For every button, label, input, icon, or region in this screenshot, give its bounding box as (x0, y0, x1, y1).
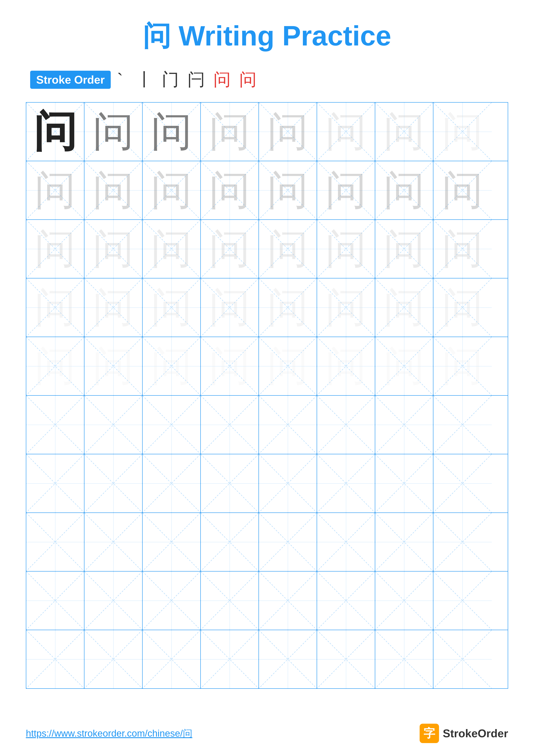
grid-cell[interactable]: 问 (433, 161, 492, 219)
grid-cell[interactable] (375, 396, 433, 454)
grid-cell[interactable]: 问 (85, 103, 142, 161)
grid-cell[interactable] (433, 572, 492, 630)
grid-cell[interactable]: 问 (142, 161, 201, 219)
grid-cell[interactable]: 问 (433, 220, 492, 278)
grid-cell[interactable] (85, 454, 142, 512)
grid-cell[interactable] (375, 630, 433, 688)
grid-cell[interactable]: 问 (259, 279, 317, 337)
grid-row (26, 630, 508, 688)
practice-character: 问 (34, 110, 77, 153)
grid-cell[interactable]: 问 (26, 337, 85, 395)
grid-cell[interactable]: 问 (142, 279, 201, 337)
grid-cell[interactable] (317, 572, 375, 630)
grid-cell[interactable] (142, 630, 201, 688)
grid-cell[interactable] (85, 513, 142, 571)
grid-cell[interactable]: 问 (85, 337, 142, 395)
grid-cell[interactable]: 问 (259, 161, 317, 219)
grid-cell[interactable]: 问 (85, 279, 142, 337)
grid-cell[interactable] (375, 513, 433, 571)
grid-cell[interactable]: 问 (201, 161, 259, 219)
grid-cell[interactable]: 问 (317, 220, 375, 278)
grid-cell[interactable] (433, 630, 492, 688)
grid-cell[interactable] (375, 454, 433, 512)
grid-cell[interactable] (85, 630, 142, 688)
grid-cell[interactable]: 问 (26, 103, 85, 161)
practice-character: 问 (442, 170, 483, 211)
grid-cell[interactable] (201, 572, 259, 630)
grid-cell[interactable]: 问 (26, 161, 85, 219)
cell-guidelines (85, 572, 142, 630)
grid-cell[interactable] (142, 513, 201, 571)
grid-cell[interactable] (259, 454, 317, 512)
stroke-order-badge: Stroke Order (30, 71, 111, 89)
cell-guidelines (85, 513, 142, 571)
grid-cell[interactable]: 问 (317, 161, 375, 219)
grid-cell[interactable] (142, 572, 201, 630)
practice-character: 问 (442, 287, 483, 328)
practice-character: 问 (93, 346, 134, 387)
grid-cell[interactable]: 问 (85, 220, 142, 278)
grid-cell[interactable] (201, 454, 259, 512)
grid-cell[interactable] (317, 454, 375, 512)
practice-character: 问 (209, 287, 250, 328)
grid-cell[interactable]: 问 (26, 279, 85, 337)
grid-cell[interactable] (201, 396, 259, 454)
grid-cell[interactable]: 问 (317, 337, 375, 395)
footer: https://www.strokeorder.com/chinese/问 字 … (0, 724, 534, 743)
grid-cell[interactable] (259, 396, 317, 454)
grid-cell[interactable]: 问 (375, 220, 433, 278)
grid-cell[interactable]: 问 (433, 337, 492, 395)
grid-cell[interactable] (259, 572, 317, 630)
cell-guidelines (317, 572, 375, 630)
grid-cell[interactable] (433, 454, 492, 512)
grid-cell[interactable] (259, 630, 317, 688)
grid-cell[interactable]: 问 (375, 161, 433, 219)
grid-cell[interactable]: 问 (433, 279, 492, 337)
grid-cell[interactable]: 问 (317, 279, 375, 337)
grid-cell[interactable] (259, 513, 317, 571)
grid-cell[interactable]: 问 (259, 220, 317, 278)
grid-cell[interactable]: 问 (375, 337, 433, 395)
cell-guidelines (142, 396, 200, 454)
grid-cell[interactable]: 问 (142, 220, 201, 278)
grid-cell[interactable]: 问 (259, 103, 317, 161)
cell-guidelines (433, 454, 492, 512)
grid-cell[interactable] (433, 396, 492, 454)
grid-cell[interactable]: 问 (142, 103, 201, 161)
grid-cell[interactable] (85, 572, 142, 630)
grid-cell[interactable]: 问 (201, 279, 259, 337)
grid-cell[interactable] (201, 513, 259, 571)
grid-cell[interactable] (375, 572, 433, 630)
grid-cell[interactable]: 问 (259, 337, 317, 395)
grid-cell[interactable] (201, 630, 259, 688)
grid-cell[interactable] (142, 396, 201, 454)
practice-character: 问 (35, 287, 76, 328)
grid-cell[interactable]: 问 (201, 220, 259, 278)
grid-cell[interactable]: 问 (375, 279, 433, 337)
grid-cell[interactable] (317, 513, 375, 571)
grid-cell[interactable] (26, 572, 85, 630)
practice-character: 问 (209, 346, 250, 387)
grid-cell[interactable] (433, 513, 492, 571)
grid-cell[interactable]: 问 (26, 220, 85, 278)
stroke-order-section: Stroke Order ` 丨 门 闩 问 问 (30, 68, 534, 92)
practice-character: 问 (93, 111, 134, 152)
cell-guidelines (317, 630, 375, 688)
grid-cell[interactable] (26, 630, 85, 688)
grid-cell[interactable] (142, 454, 201, 512)
grid-cell[interactable]: 问 (201, 103, 259, 161)
grid-cell[interactable]: 问 (85, 161, 142, 219)
grid-cell[interactable]: 问 (375, 103, 433, 161)
grid-cell[interactable] (26, 513, 85, 571)
grid-cell[interactable]: 问 (201, 337, 259, 395)
practice-character: 问 (93, 229, 134, 269)
grid-row: 问问问问问问问问 (26, 279, 508, 337)
grid-cell[interactable] (26, 396, 85, 454)
grid-cell[interactable] (317, 396, 375, 454)
grid-cell[interactable] (85, 396, 142, 454)
grid-cell[interactable]: 问 (317, 103, 375, 161)
grid-cell[interactable] (26, 454, 85, 512)
grid-cell[interactable]: 问 (142, 337, 201, 395)
grid-cell[interactable]: 问 (433, 103, 492, 161)
grid-cell[interactable] (317, 630, 375, 688)
